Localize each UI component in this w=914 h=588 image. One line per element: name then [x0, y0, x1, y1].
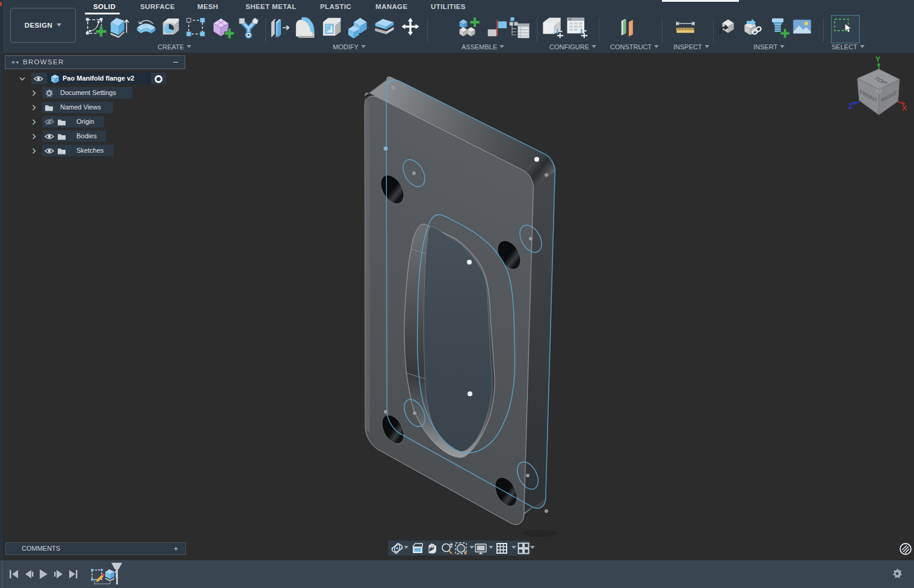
- svg-text:Z: Z: [848, 102, 853, 111]
- svg-text:X: X: [902, 104, 907, 112]
- svg-text:Y: Y: [875, 55, 880, 64]
